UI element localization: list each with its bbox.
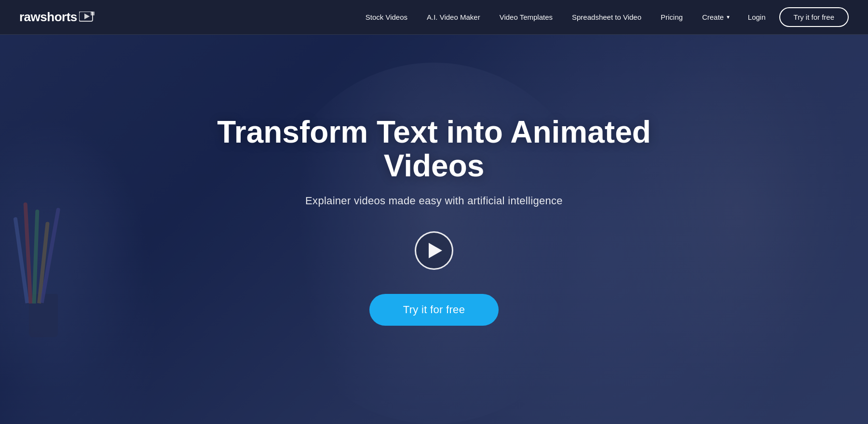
hero-content: Transform Text into Animated Videos Expl… <box>217 115 651 326</box>
svg-rect-2 <box>91 12 95 15</box>
hero-cta-button[interactable]: Try it for free <box>369 294 499 326</box>
hero-subtitle: Explainer videos made easy with artifici… <box>217 195 651 207</box>
logo-icon <box>79 12 95 23</box>
logo-text: rawshorts <box>19 10 77 25</box>
nav-item-pricing[interactable]: Pricing <box>653 9 691 25</box>
nav-item-create[interactable]: Create ▼ <box>694 9 738 25</box>
nav-try-free-button[interactable]: Try it for free <box>779 7 849 27</box>
play-button[interactable] <box>415 231 453 270</box>
nav-item-ai-video-maker[interactable]: A.I. Video Maker <box>419 9 488 25</box>
nav-item-stock-videos[interactable]: Stock Videos <box>358 9 415 25</box>
play-icon <box>429 243 442 258</box>
hero-title: Transform Text into Animated Videos <box>217 115 651 183</box>
hero-section: rawshorts Stock Videos A.I. Video Maker … <box>0 0 868 424</box>
nav-links: Stock Videos A.I. Video Maker Video Temp… <box>358 9 738 25</box>
navbar: rawshorts Stock Videos A.I. Video Maker … <box>0 0 868 35</box>
nav-item-spreadsheet-to-video[interactable]: Spreadsheet to Video <box>564 9 649 25</box>
svg-marker-1 <box>84 13 90 19</box>
logo[interactable]: rawshorts <box>19 10 95 25</box>
nav-login-link[interactable]: Login <box>738 9 775 25</box>
nav-item-video-templates[interactable]: Video Templates <box>492 9 560 25</box>
create-chevron-icon: ▼ <box>726 14 731 20</box>
